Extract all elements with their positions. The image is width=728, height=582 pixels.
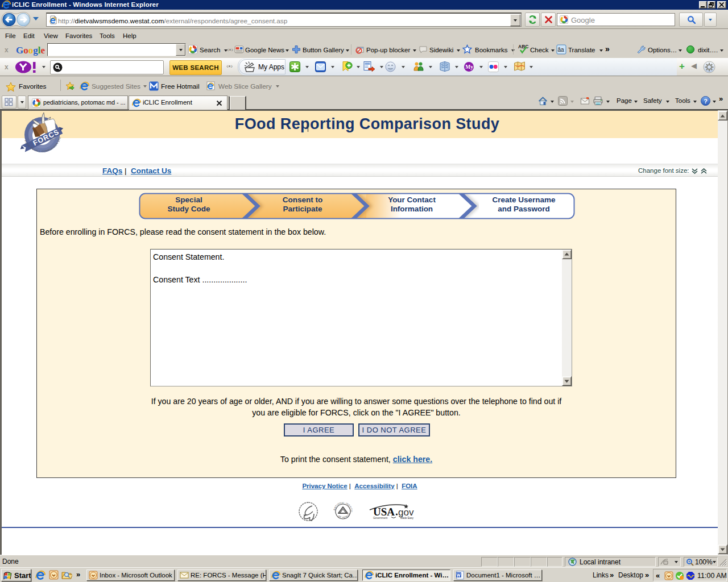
svg-text:âa: âa bbox=[557, 47, 564, 53]
svg-text:Made Easy: Made Easy bbox=[400, 517, 414, 519]
svg-text:?: ? bbox=[704, 98, 708, 105]
svg-text:Government: Government bbox=[373, 517, 388, 519]
svg-text:ABC: ABC bbox=[518, 44, 528, 49]
svg-text:USA: USA bbox=[373, 506, 395, 518]
svg-text:My: My bbox=[465, 64, 473, 70]
